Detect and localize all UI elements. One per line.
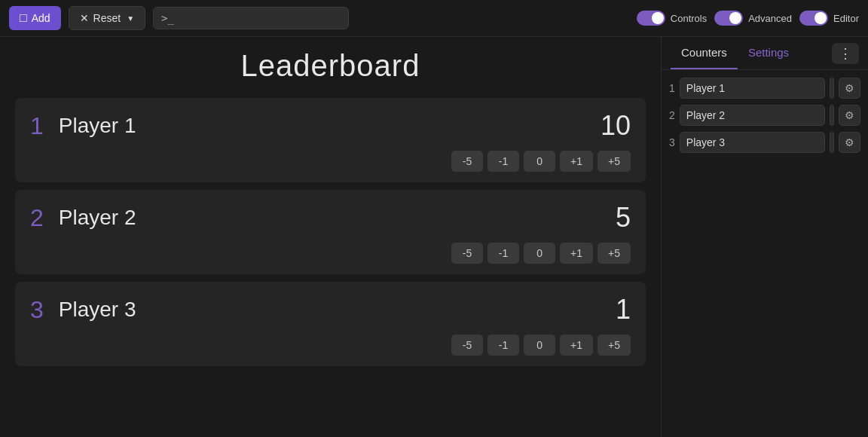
player1-btn-zero[interactable]: 0 bbox=[524, 151, 555, 172]
cli-input[interactable] bbox=[179, 12, 329, 24]
counter-gear-btn-1[interactable]: ⚙ bbox=[839, 78, 860, 99]
editor-label: Editor bbox=[833, 13, 859, 24]
player-score-1: 10 bbox=[601, 110, 631, 142]
player-row-top-3: 3 Player 3 1 bbox=[30, 294, 631, 325]
counter-row-3: 3 ▲ ▼ ⚙ bbox=[669, 132, 860, 153]
player-card-2: 2 Player 2 5 -5 -1 0 +1 +5 bbox=[15, 190, 646, 274]
counter-score-input-2[interactable] bbox=[830, 105, 834, 125]
editor-toggle[interactable] bbox=[799, 11, 828, 26]
player3-btn-minus1[interactable]: -1 bbox=[487, 335, 519, 356]
toolbar: □ Add ✕ Reset ▼ >_ Controls Advanced Edi… bbox=[0, 0, 868, 37]
player1-btn-plus5[interactable]: +5 bbox=[598, 151, 631, 172]
player-card-1: 1 Player 1 10 -5 -1 0 +1 +5 bbox=[15, 98, 646, 182]
player3-btn-minus5[interactable]: -5 bbox=[451, 335, 483, 356]
counter-list: 1 ▲ ▼ ⚙ 2 ▲ ▼ bbox=[662, 70, 868, 160]
player-row-top-1: 1 Player 1 10 bbox=[30, 110, 631, 142]
player3-btn-zero[interactable]: 0 bbox=[524, 335, 555, 356]
add-icon: □ bbox=[20, 11, 27, 25]
cli-input-wrap: >_ bbox=[153, 7, 349, 29]
advanced-toggle-group: Advanced bbox=[714, 11, 792, 26]
controls-toggle-group: Controls bbox=[637, 11, 707, 26]
counter-num-2: 2 bbox=[669, 109, 675, 121]
leaderboard-title: Leaderboard bbox=[15, 49, 646, 83]
player-rank-1: 1 bbox=[30, 112, 44, 140]
reset-label: Reset bbox=[93, 12, 121, 24]
tab-counters[interactable]: Counters bbox=[671, 37, 738, 69]
player2-btn-minus1[interactable]: -1 bbox=[487, 243, 519, 264]
controls-toggle[interactable] bbox=[637, 11, 665, 26]
editor-toggle-group: Editor bbox=[799, 11, 859, 26]
main-layout: Leaderboard 1 Player 1 10 -5 -1 0 +1 +5 bbox=[0, 37, 868, 437]
reset-icon: ✕ bbox=[80, 12, 89, 24]
add-label: Add bbox=[32, 12, 50, 24]
counter-row-2: 2 ▲ ▼ ⚙ bbox=[669, 105, 860, 126]
player1-btn-plus1[interactable]: +1 bbox=[560, 151, 593, 172]
counter-score-input-3[interactable] bbox=[830, 133, 834, 152]
player-name-1: Player 1 bbox=[59, 114, 136, 138]
counter-num-1: 1 bbox=[669, 82, 675, 94]
player-name-3: Player 3 bbox=[59, 298, 136, 322]
add-button[interactable]: □ Add bbox=[9, 6, 61, 30]
advanced-toggle[interactable] bbox=[714, 11, 743, 26]
reset-button[interactable]: ✕ Reset ▼ bbox=[69, 6, 145, 30]
advanced-label: Advanced bbox=[748, 13, 792, 24]
counter-gear-btn-3[interactable]: ⚙ bbox=[839, 132, 860, 153]
player-card-3: 3 Player 3 1 -5 -1 0 +1 +5 bbox=[15, 282, 646, 366]
player2-btn-zero[interactable]: 0 bbox=[524, 243, 555, 264]
player2-btn-minus5[interactable]: -5 bbox=[451, 243, 483, 264]
player-rank-3: 3 bbox=[30, 296, 44, 324]
controls-label: Controls bbox=[671, 13, 707, 24]
player-rank-name-3: 3 Player 3 bbox=[30, 296, 136, 324]
cli-prompt: >_ bbox=[161, 12, 174, 24]
tab-settings[interactable]: Settings bbox=[738, 37, 799, 69]
counter-score-wrap-2: ▲ ▼ bbox=[830, 105, 834, 126]
counter-row-1: 1 ▲ ▼ ⚙ bbox=[669, 78, 860, 99]
player-name-2: Player 2 bbox=[59, 206, 136, 230]
counter-gear-btn-2[interactable]: ⚙ bbox=[839, 105, 860, 126]
right-tabs: Counters Settings ⋮ bbox=[662, 37, 868, 70]
player2-btn-plus1[interactable]: +1 bbox=[560, 243, 593, 264]
player1-btn-minus5[interactable]: -5 bbox=[451, 151, 483, 172]
counter-score-wrap-3: ▲ ▼ bbox=[830, 132, 834, 153]
left-panel: Leaderboard 1 Player 1 10 -5 -1 0 +1 +5 bbox=[0, 37, 661, 437]
player-buttons-1: -5 -1 0 +1 +5 bbox=[30, 151, 631, 172]
player3-btn-plus5[interactable]: +5 bbox=[598, 335, 631, 356]
player-rank-2: 2 bbox=[30, 204, 44, 232]
player1-btn-minus1[interactable]: -1 bbox=[487, 151, 519, 172]
three-dot-button[interactable]: ⋮ bbox=[832, 43, 859, 64]
reset-chevron-icon: ▼ bbox=[127, 14, 134, 23]
player-buttons-3: -5 -1 0 +1 +5 bbox=[30, 335, 631, 356]
player-row-top-2: 2 Player 2 5 bbox=[30, 202, 631, 234]
counter-num-3: 3 bbox=[669, 136, 675, 148]
counter-score-input-1[interactable] bbox=[830, 78, 834, 98]
counter-name-input-1[interactable] bbox=[680, 78, 825, 99]
player-rank-name-2: 2 Player 2 bbox=[30, 204, 136, 232]
player-buttons-2: -5 -1 0 +1 +5 bbox=[30, 243, 631, 264]
right-panel: Counters Settings ⋮ 1 ▲ ▼ ⚙ bbox=[661, 37, 868, 437]
player3-btn-plus1[interactable]: +1 bbox=[560, 335, 593, 356]
counter-name-input-2[interactable] bbox=[680, 105, 825, 126]
counter-name-input-3[interactable] bbox=[680, 132, 825, 153]
counter-score-wrap-1: ▲ ▼ bbox=[830, 78, 834, 99]
player2-btn-plus5[interactable]: +5 bbox=[598, 243, 631, 264]
player-rank-name-1: 1 Player 1 bbox=[30, 112, 136, 140]
player-score-3: 1 bbox=[616, 294, 631, 325]
player-score-2: 5 bbox=[616, 202, 631, 234]
